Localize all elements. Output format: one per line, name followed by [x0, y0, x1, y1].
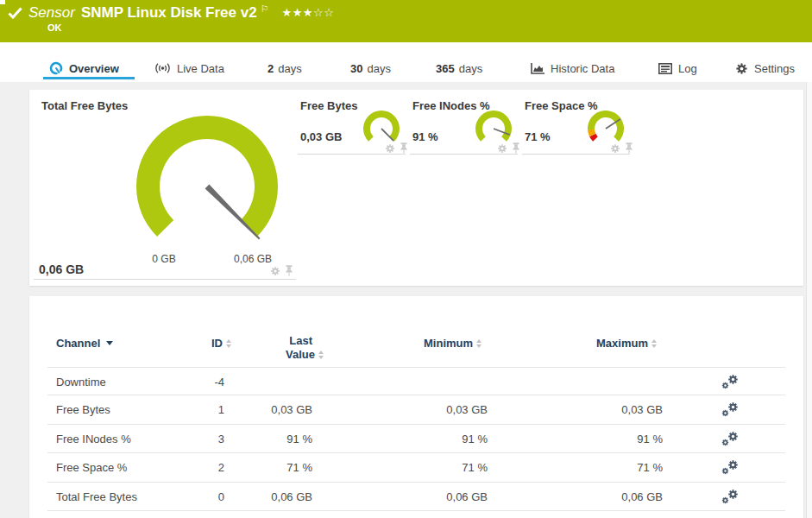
- sensor-status-badge: OK: [47, 22, 62, 33]
- table-row-free-bytes[interactable]: Free Bytes 1 0,03 GB 0,03 GB 0,03 GB: [47, 395, 785, 424]
- sort-icon: [226, 339, 231, 348]
- tab-log-label: Log: [678, 62, 697, 75]
- channel-last-value: 0,06 GB: [237, 490, 312, 503]
- pin-icon[interactable]: [400, 142, 408, 154]
- gauge-max-label: 0,06 GB: [218, 253, 287, 265]
- channel-name[interactable]: Free INodes %: [56, 433, 131, 445]
- column-header-maximum-label: Maximum: [596, 337, 648, 350]
- area-chart-icon: [531, 63, 544, 74]
- divider: [410, 154, 518, 155]
- sort-caret-icon: [106, 341, 113, 345]
- channel-last-value: 91 %: [237, 433, 312, 445]
- channels-panel: Channel ID Last Value Minimum Maximum Do…: [29, 296, 803, 518]
- tab-30-days-num: 30: [350, 62, 362, 75]
- gauge-icon: [49, 61, 63, 75]
- channel-last-value: 0,03 GB: [237, 403, 312, 416]
- table-row-free-space[interactable]: Free Space % 2 71 % 71 % 71 %: [47, 453, 785, 482]
- gauge-value-total-free-bytes: 0,06 GB: [39, 262, 84, 276]
- tab-log[interactable]: Log: [658, 56, 697, 80]
- table-row-free-inodes[interactable]: Free INodes % 3 91 % 91 % 91 %: [47, 425, 785, 453]
- gauge-total-free-bytes[interactable]: [129, 109, 285, 264]
- tab-overview-label: Overview: [69, 62, 119, 75]
- channel-id: 0: [151, 490, 224, 503]
- gauge-actions: [270, 265, 293, 276]
- sensor-header: Sensor SNMP Linux Disk Free v2 ⚐ ★★★☆☆ O…: [0, 0, 812, 42]
- pin-icon[interactable]: [625, 142, 633, 154]
- tab-settings-label: Settings: [754, 62, 795, 75]
- sort-icon: [651, 339, 657, 348]
- gauge-settings-icon[interactable]: [385, 143, 395, 154]
- gauge-title-total-free-bytes: Total Free Bytes: [41, 99, 128, 112]
- channel-id: -4: [151, 376, 224, 388]
- channel-minimum: 0,03 GB: [375, 403, 488, 416]
- divider: [522, 154, 630, 155]
- gauges-panel: Total Free Bytes 0 GB 0,06 GB 0,06 GB Fr…: [29, 90, 803, 286]
- column-header-last-label: Last: [236, 334, 312, 348]
- sensor-title: SNMP Linux Disk Free v2: [81, 4, 257, 22]
- table-body: Downtime -4 Free Bytes 1 0,03 GB 0,03 GB…: [47, 367, 785, 511]
- tab-30-days-label: days: [367, 62, 390, 75]
- channel-name[interactable]: Downtime: [56, 376, 106, 388]
- tab-settings[interactable]: Settings: [735, 56, 795, 80]
- channel-settings-icon[interactable]: [721, 401, 741, 420]
- pin-icon[interactable]: [512, 142, 520, 154]
- channel-minimum: 0,06 GB: [375, 490, 488, 503]
- scrollbar-track[interactable]: [806, 42, 812, 518]
- gauge-settings-icon[interactable]: [610, 143, 620, 154]
- column-header-last-value[interactable]: Last Value: [236, 334, 312, 362]
- channel-id: 3: [151, 433, 224, 445]
- channel-name[interactable]: Free Space %: [56, 461, 127, 474]
- tab-live-data[interactable]: Live Data: [154, 56, 224, 80]
- channel-settings-icon[interactable]: [721, 459, 741, 478]
- priority-stars[interactable]: ★★★☆☆: [282, 6, 335, 19]
- table-header: Channel ID Last Value Minimum Maximum: [29, 296, 803, 367]
- channel-settings-icon[interactable]: [721, 431, 741, 450]
- tab-365-days-label: days: [459, 62, 482, 75]
- tab-365-days[interactable]: 365 days: [436, 56, 482, 80]
- tab-historic-data[interactable]: Historic Data: [531, 56, 614, 80]
- corner-notch: [0, 0, 5, 4]
- channel-settings-icon[interactable]: [721, 374, 741, 393]
- gauge-actions: [610, 142, 633, 154]
- column-header-id[interactable]: ID: [211, 337, 231, 350]
- log-icon: [658, 63, 672, 74]
- channel-name[interactable]: Free Bytes: [56, 403, 110, 416]
- gauge-title-free-bytes: Free Bytes: [300, 99, 357, 112]
- divider: [298, 154, 406, 155]
- tab-live-data-label: Live Data: [177, 62, 224, 75]
- column-header-channel[interactable]: Channel: [56, 337, 113, 350]
- sensor-type-label: Sensor: [28, 4, 75, 22]
- tab-30-days[interactable]: 30 days: [350, 56, 391, 80]
- gauge-value-free-bytes: 0,03 GB: [300, 130, 342, 143]
- status-ok-icon: [8, 7, 22, 19]
- channel-settings-icon[interactable]: [721, 489, 741, 508]
- pin-icon[interactable]: [285, 265, 293, 276]
- tab-bar: Overview Live Data 2 days 30 days 365 da…: [0, 42, 812, 82]
- column-header-maximum[interactable]: Maximum: [596, 337, 657, 350]
- channel-id: 2: [151, 461, 224, 474]
- column-header-minimum[interactable]: Minimum: [424, 337, 482, 350]
- broadcast-icon: [154, 62, 171, 74]
- stars-filled[interactable]: ★★★: [282, 6, 313, 19]
- gauge-value-free-inodes: 91 %: [412, 130, 438, 143]
- column-header-value-label: Value: [286, 348, 315, 362]
- gauge-settings-icon[interactable]: [497, 143, 507, 154]
- column-header-minimum-label: Minimum: [424, 337, 473, 350]
- flag-icon[interactable]: ⚐: [261, 3, 269, 15]
- tab-2-days-label: days: [278, 62, 301, 75]
- sort-icon: [318, 351, 324, 359]
- gauge-actions: [497, 142, 520, 154]
- channel-minimum: 91 %: [375, 433, 488, 445]
- channel-maximum: 0,06 GB: [548, 490, 663, 503]
- gauge-settings-icon[interactable]: [270, 266, 280, 276]
- tab-365-days-num: 365: [436, 62, 455, 75]
- stars-empty[interactable]: ☆☆: [313, 6, 334, 19]
- table-row-total-free-bytes[interactable]: Total Free Bytes 0 0,06 GB 0,06 GB 0,06 …: [47, 483, 785, 511]
- channel-name[interactable]: Total Free Bytes: [56, 490, 137, 503]
- gauge-min-label: 0 GB: [129, 253, 198, 265]
- channel-id: 1: [151, 403, 224, 416]
- tab-historic-data-label: Historic Data: [551, 62, 614, 75]
- table-row-downtime[interactable]: Downtime -4: [47, 367, 785, 395]
- tab-2-days[interactable]: 2 days: [268, 56, 302, 80]
- tab-2-days-num: 2: [268, 62, 274, 75]
